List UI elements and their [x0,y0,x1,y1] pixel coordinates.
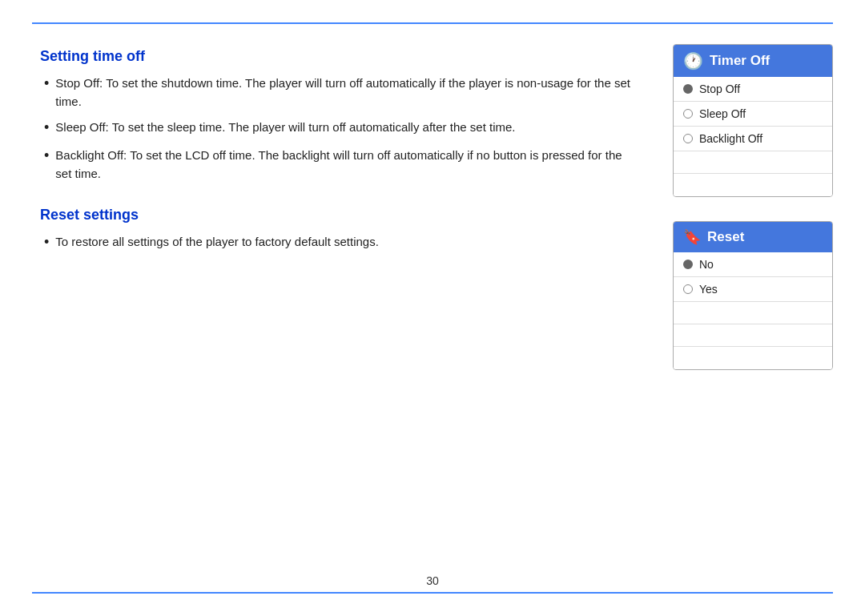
page-number: 30 [426,574,439,587]
timer-sleep-off-label: Sleep Off [699,107,746,120]
timer-sleep-off-item[interactable]: Sleep Off [674,102,832,127]
section-setting-time-off: Setting time off Stop Off: To set the sh… [40,48,641,183]
bullet-text: To restore all settings of the player to… [55,233,641,252]
left-panel: Setting time off Stop Off: To set the sh… [32,36,657,576]
section-title-setting-time-off: Setting time off [40,48,641,65]
timer-stop-off-item[interactable]: Stop Off [674,77,832,102]
timer-off-widget: 🕐 Timer Off Stop Off Sleep Off Backlight… [673,44,833,197]
section-reset-settings: Reset settings To restore all settings o… [40,207,641,253]
top-border-line [32,22,833,24]
radio-filled-icon [683,84,693,94]
reset-no-label: No [699,258,714,271]
content-area: Setting time off Stop Off: To set the sh… [32,36,833,576]
bullet-list-reset-settings: To restore all settings of the player to… [40,233,641,253]
reset-empty-row-2 [674,324,832,347]
bullet-text: Sleep Off: To set the sleep time. The pl… [55,119,641,137]
timer-off-title: Timer Off [710,53,770,69]
reset-empty-row-3 [674,347,832,369]
reset-yes-label: Yes [699,283,718,296]
radio-empty-icon [683,134,693,143]
reset-no-item[interactable]: No [674,252,832,277]
section-title-reset-settings: Reset settings [40,207,641,223]
clock-icon: 🕐 [683,51,703,70]
list-item: To restore all settings of the player to… [44,233,641,253]
reset-empty-row-1 [674,302,832,324]
radio-empty-icon [683,284,693,294]
reset-widget: 🔖 Reset No Yes [673,221,833,370]
reset-header: 🔖 Reset [674,222,832,252]
list-item: Sleep Off: To set the sleep time. The pl… [44,119,641,139]
timer-backlight-off-item[interactable]: Backlight Off [674,127,832,151]
right-panel: 🕐 Timer Off Stop Off Sleep Off Backlight… [657,36,833,576]
reset-icon: 🔖 [683,228,701,246]
timer-backlight-off-label: Backlight Off [699,132,762,145]
reset-yes-item[interactable]: Yes [674,277,832,302]
timer-stop-off-label: Stop Off [699,83,740,95]
timer-empty-row-2 [674,174,832,196]
reset-title: Reset [707,229,744,245]
bullet-text: Backlight Off: To set the LCD off time. … [55,147,641,183]
list-item: Backlight Off: To set the LCD off time. … [44,147,641,183]
bullet-list-setting-time-off: Stop Off: To set the shutdown time. The … [40,74,641,183]
timer-off-header: 🕐 Timer Off [674,45,832,77]
bullet-text: Stop Off: To set the shutdown time. The … [55,74,641,111]
radio-empty-icon [683,109,693,119]
list-item: Stop Off: To set the shutdown time. The … [44,74,641,111]
timer-empty-row-1 [674,151,832,174]
radio-filled-icon [683,260,693,269]
bottom-border-line [32,592,833,594]
